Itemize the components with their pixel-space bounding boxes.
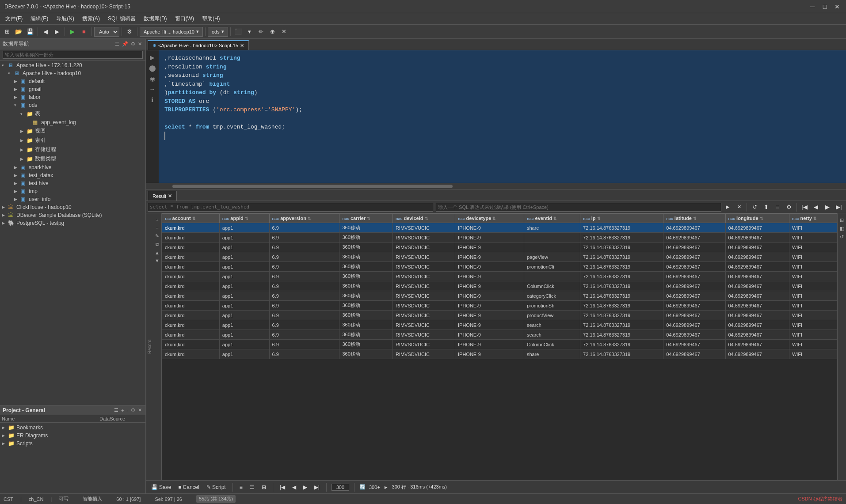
- table-cell[interactable]: app1: [219, 311, 269, 320]
- table-cell[interactable]: 72.16.14.8763327319: [580, 262, 663, 272]
- toolbar-pencil-btn[interactable]: ✏: [256, 27, 267, 37]
- table-cell[interactable]: app1: [219, 330, 269, 340]
- table-cell[interactable]: share: [524, 223, 580, 233]
- table-cell[interactable]: 6.9: [269, 330, 339, 340]
- table-cell[interactable]: WIFI: [789, 311, 837, 320]
- table-cell[interactable]: 04.6929899467: [725, 340, 789, 349]
- page-last-btn[interactable]: ▶|: [312, 483, 321, 491]
- menu-item-e[interactable]: 编辑(E): [27, 14, 52, 23]
- table-row[interactable]: ckum,krdapp16.9360移动RIMVSDVUCICIPHONE-9p…: [162, 252, 837, 262]
- table-cell[interactable]: ckum,krd: [162, 272, 220, 281]
- table-cell[interactable]: 04.6929899467: [663, 233, 725, 243]
- close-button[interactable]: ✕: [833, 2, 842, 11]
- table-row[interactable]: ckum,krdapp16.9360移动RIMVSDVUCICIPHONE-9p…: [162, 311, 837, 320]
- table-cell[interactable]: RIMVSDVUCIC: [393, 320, 455, 330]
- table-cell[interactable]: IPHONE-9: [455, 223, 524, 233]
- table-cell[interactable]: RIMVSDVUCIC: [393, 291, 455, 301]
- table-cell[interactable]: RIMVSDVUCIC: [393, 311, 455, 320]
- result-setting-btn[interactable]: ⚙: [784, 202, 794, 212]
- table-cell[interactable]: 04.6929899467: [725, 330, 789, 340]
- table-cell[interactable]: 72.16.14.8763327319: [580, 311, 663, 320]
- row-copy-btn[interactable]: ⧉: [155, 241, 160, 248]
- editor-tab-close[interactable]: ✕: [240, 43, 244, 49]
- right-icon2[interactable]: ◧: [839, 225, 845, 232]
- maximize-button[interactable]: □: [820, 2, 829, 11]
- table-cell[interactable]: 6.9: [269, 320, 339, 330]
- toolbar-icon1[interactable]: ⬛: [233, 27, 244, 37]
- connection-tab[interactable]: Apache Hi ... hadoop10 ▾: [140, 27, 203, 37]
- table-cell[interactable]: [524, 243, 580, 252]
- result-filter-input[interactable]: [148, 203, 433, 212]
- table-cell[interactable]: 04.6929899467: [725, 262, 789, 272]
- editor-tab-active[interactable]: ✱ <Apache Hive - hadoop10> Script-15 ✕: [148, 40, 249, 50]
- table-cell[interactable]: IPHONE-9: [455, 281, 524, 291]
- table-cell[interactable]: 72.16.14.8763327319: [580, 252, 663, 262]
- table-cell[interactable]: ckum,krd: [162, 311, 220, 320]
- table-cell[interactable]: 360移动: [339, 340, 393, 349]
- table-cell[interactable]: 04.6929899467: [663, 281, 725, 291]
- table-cell[interactable]: 04.6929899467: [725, 252, 789, 262]
- result-first-btn[interactable]: |◀: [799, 202, 810, 212]
- row-edit-btn[interactable]: ✎: [154, 233, 160, 239]
- table-row[interactable]: ckum,krdapp16.9360移动RIMVSDVUCICIPHONE-9c…: [162, 291, 837, 301]
- table-cell[interactable]: 72.16.14.8763327319: [580, 243, 663, 252]
- table-cell[interactable]: 360移动: [339, 349, 393, 359]
- table-cell[interactable]: 04.6929899467: [725, 301, 789, 311]
- col-header-eventid[interactable]: nac eventid ⇅: [524, 214, 580, 223]
- table-cell[interactable]: ckum,krd: [162, 349, 220, 359]
- table-cell[interactable]: WIFI: [789, 252, 837, 262]
- table-cell[interactable]: ColumnClick: [524, 281, 580, 291]
- table-cell[interactable]: 04.6929899467: [725, 291, 789, 301]
- table-cell[interactable]: ckum,krd: [162, 330, 220, 340]
- table-cell[interactable]: 04.6929899467: [663, 340, 725, 349]
- toolbar-auto-dropdown[interactable]: Auto: [94, 27, 119, 37]
- gutter-arrow-icon[interactable]: →: [149, 86, 156, 93]
- table-cell[interactable]: IPHONE-9: [455, 301, 524, 311]
- table-cell[interactable]: app1: [219, 272, 269, 281]
- db-nav-pin-btn[interactable]: 📌: [121, 41, 129, 47]
- table-cell[interactable]: 360移动: [339, 243, 393, 252]
- table-cell[interactable]: ckum,krd: [162, 320, 220, 330]
- menu-item-d[interactable]: 数据库(D): [140, 14, 171, 23]
- toolbar-icon2[interactable]: ▾: [244, 27, 255, 37]
- table-row[interactable]: ckum,krdapp16.9360移动RIMVSDVUCICIPHONE-9p…: [162, 301, 837, 311]
- menu-item-w[interactable]: 窗口(W): [171, 14, 198, 23]
- table-cell[interactable]: app1: [219, 223, 269, 233]
- db-nav-search-input[interactable]: [3, 51, 143, 59]
- table-cell[interactable]: [524, 272, 580, 281]
- table-cell[interactable]: ckum,krd: [162, 252, 220, 262]
- table-cell[interactable]: RIMVSDVUCIC: [393, 243, 455, 252]
- table-cell[interactable]: IPHONE-9: [455, 243, 524, 252]
- table-cell[interactable]: promotionCli: [524, 262, 580, 272]
- table-cell[interactable]: RIMVSDVUCIC: [393, 233, 455, 243]
- table-cell[interactable]: 04.6929899467: [725, 311, 789, 320]
- table-cell[interactable]: productView: [524, 311, 580, 320]
- tree-item-app-event-log[interactable]: ▦ app_event_log: [0, 118, 145, 126]
- table-cell[interactable]: ckum,krd: [162, 281, 220, 291]
- table-cell[interactable]: 72.16.14.8763327319: [580, 320, 663, 330]
- table-cell[interactable]: ColumnClick: [524, 340, 580, 349]
- col-header-longitude[interactable]: nac longitude ⇅: [725, 214, 789, 223]
- tree-item-labor[interactable]: ▶ ▣ labor: [0, 93, 145, 101]
- project-item-bookmarks[interactable]: ▶ 📁 Bookmarks: [0, 424, 145, 432]
- table-cell[interactable]: 72.16.14.8763327319: [580, 223, 663, 233]
- tree-item-ods[interactable]: ▾ ▣ ods: [0, 101, 145, 109]
- table-cell[interactable]: WIFI: [789, 243, 837, 252]
- record-view-btn[interactable]: ☰: [248, 483, 256, 491]
- schema-tab[interactable]: ods ▾: [208, 27, 228, 37]
- tree-item-testdatax[interactable]: ▶ ▣ test_datax: [0, 171, 145, 179]
- tree-item-tmp[interactable]: ▶ ▣ tmp: [0, 187, 145, 195]
- table-cell[interactable]: 360移动: [339, 311, 393, 320]
- table-cell[interactable]: 6.9: [269, 243, 339, 252]
- table-cell[interactable]: app1: [219, 291, 269, 301]
- project-pin-btn[interactable]: +: [120, 407, 125, 413]
- table-cell[interactable]: 6.9: [269, 311, 339, 320]
- row-add-btn[interactable]: +: [155, 217, 159, 223]
- table-row[interactable]: ckum,krdapp16.9360移动RIMVSDVUCICIPHONE-97…: [162, 243, 837, 252]
- col-header-carrier[interactable]: nac carrier ⇅: [339, 214, 393, 223]
- table-cell[interactable]: IPHONE-9: [455, 233, 524, 243]
- table-cell[interactable]: 360移动: [339, 330, 393, 340]
- row-up-btn[interactable]: ▲: [154, 250, 160, 256]
- col-header-netty[interactable]: nac netty ⇅: [789, 214, 837, 223]
- table-cell[interactable]: 72.16.14.8763327319: [580, 330, 663, 340]
